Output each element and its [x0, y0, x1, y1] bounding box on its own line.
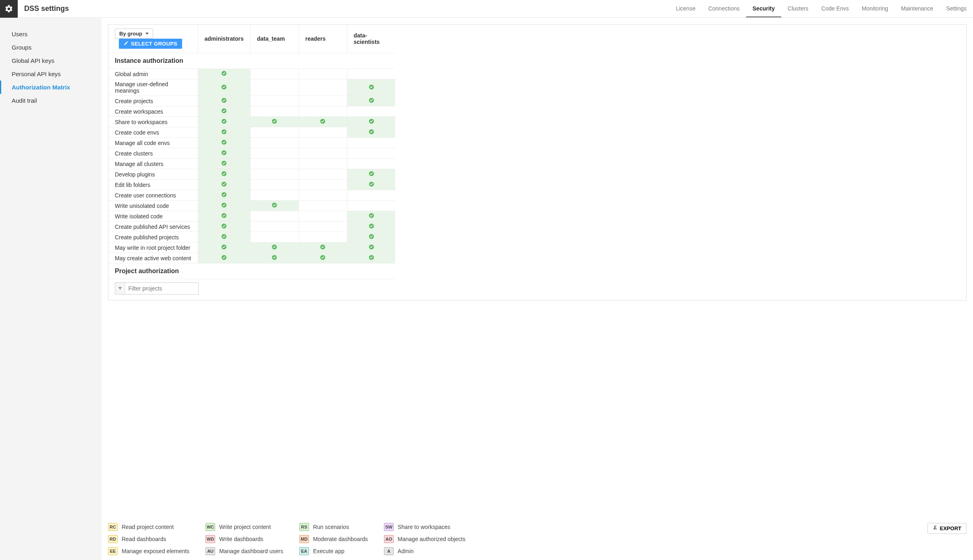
perm-label: Create user connections [108, 190, 198, 201]
sidebar-item-audit-trail[interactable]: Audit trail [0, 94, 102, 107]
perm-label: Develop plugins [108, 169, 198, 180]
sidebar-item-authorization-matrix[interactable]: Authorization Matrix [0, 81, 102, 94]
check-circle-icon [221, 108, 227, 114]
perm-row: Create workspaces [108, 106, 395, 117]
pencil-icon [124, 41, 129, 47]
check-circle-icon [221, 255, 227, 260]
perm-label: Create workspaces [108, 106, 198, 117]
perm-cell [347, 148, 395, 159]
perm-label: Edit lib folders [108, 180, 198, 190]
select-groups-label: SELECT GROUPS [131, 41, 177, 47]
perm-cell [250, 201, 299, 211]
legend-label: Write dashboards [219, 536, 263, 542]
check-circle-icon [221, 181, 227, 187]
sidebar-item-global-api-keys[interactable]: Global API keys [0, 54, 102, 67]
filter-icon [115, 283, 125, 294]
svg-rect-36 [934, 529, 937, 529]
check-circle-icon [221, 244, 227, 250]
perm-row: Write unisolated code [108, 201, 395, 211]
nav-maintenance[interactable]: Maintenance [894, 0, 940, 17]
legend-badge: A [384, 547, 394, 555]
perm-cell [250, 159, 299, 169]
nav-clusters[interactable]: Clusters [781, 0, 815, 17]
legend-column: RSRun scenariosMDModerate dashboardsEAEx… [299, 523, 368, 555]
legend-badge: EE [108, 547, 118, 555]
perm-cell [198, 232, 250, 243]
perm-cell [347, 201, 395, 211]
check-circle-icon [272, 255, 277, 260]
perm-cell [250, 127, 299, 138]
legend-badge: WC [205, 523, 215, 531]
sidebar-item-groups[interactable]: Groups [0, 41, 102, 54]
perm-cell [198, 169, 250, 180]
check-circle-icon [221, 84, 227, 90]
perm-cell [347, 96, 395, 106]
perm-cell [250, 138, 299, 148]
check-circle-icon [221, 160, 227, 166]
perm-cell [299, 253, 347, 263]
perm-cell [299, 211, 347, 222]
nav-code-envs[interactable]: Code Envs [815, 0, 855, 17]
nav-settings[interactable]: Settings [940, 0, 973, 17]
perm-cell [299, 127, 347, 138]
topbar: DSS settings LicenseConnectionsSecurityC… [0, 0, 973, 18]
check-circle-icon [221, 118, 227, 124]
perm-row: Create clusters [108, 148, 395, 159]
perm-cell [299, 79, 347, 96]
check-circle-icon [369, 223, 374, 229]
perm-cell [250, 79, 299, 96]
group-header: data_team [250, 25, 299, 53]
nav-security[interactable]: Security [746, 0, 781, 17]
legend-item-wc: WCWrite project content [205, 523, 283, 531]
sidebar-item-users[interactable]: Users [0, 27, 102, 41]
nav-license[interactable]: License [670, 0, 702, 17]
perm-row: Manage all clusters [108, 159, 395, 169]
legend-item-rc: RCRead project content [108, 523, 189, 531]
perm-cell [299, 190, 347, 201]
perm-row: Global admin [108, 69, 395, 79]
nav-monitoring[interactable]: Monitoring [855, 0, 894, 17]
perm-label: Create published projects [108, 232, 198, 243]
legend-badge: RD [108, 535, 118, 543]
perm-cell [299, 117, 347, 127]
perm-cell [198, 79, 250, 96]
check-circle-icon [221, 97, 227, 103]
legend-label: Manage authorized objects [398, 536, 465, 542]
perm-cell [198, 190, 250, 201]
perm-cell [347, 211, 395, 222]
filter-projects[interactable] [115, 282, 199, 295]
legend-badge: MD [299, 535, 309, 543]
perm-row: Create projects [108, 96, 395, 106]
perm-row: May write in root project folder [108, 243, 395, 253]
perm-label: Create clusters [108, 148, 198, 159]
perm-row: Develop plugins [108, 169, 395, 180]
legend-item-au: AUManage dashboard users [205, 547, 283, 555]
perm-label: Share to workspaces [108, 117, 198, 127]
legend-label: Share to workspaces [398, 524, 450, 530]
group-header: readers [299, 25, 347, 53]
legend-item-wd: WDWrite dashboards [205, 535, 283, 543]
check-circle-icon [221, 202, 227, 208]
auth-matrix-panel: By group SELECT GROUPS administrators [108, 24, 967, 301]
sidebar-item-personal-api-keys[interactable]: Personal API keys [0, 67, 102, 81]
select-groups-button[interactable]: SELECT GROUPS [119, 39, 182, 49]
legend-label: Read dashboards [122, 536, 166, 542]
export-button[interactable]: EXPORT [927, 523, 967, 534]
perm-cell [299, 222, 347, 232]
perm-label: Manage all code envs [108, 138, 198, 148]
check-circle-icon [369, 171, 374, 176]
legend-badge: SW [384, 523, 394, 531]
check-circle-icon [369, 234, 374, 239]
legend-badge: EA [299, 547, 309, 555]
perm-cell [299, 148, 347, 159]
perm-cell [299, 138, 347, 148]
perm-cell [250, 190, 299, 201]
filter-projects-input[interactable] [125, 283, 198, 294]
app-logo[interactable] [0, 0, 18, 18]
legend-label: Manage dashboard users [219, 548, 283, 554]
check-circle-icon [320, 255, 326, 260]
perm-cell [250, 211, 299, 222]
nav-connections[interactable]: Connections [702, 0, 746, 17]
by-group-dropdown[interactable]: By group [115, 29, 153, 39]
perm-cell [299, 243, 347, 253]
